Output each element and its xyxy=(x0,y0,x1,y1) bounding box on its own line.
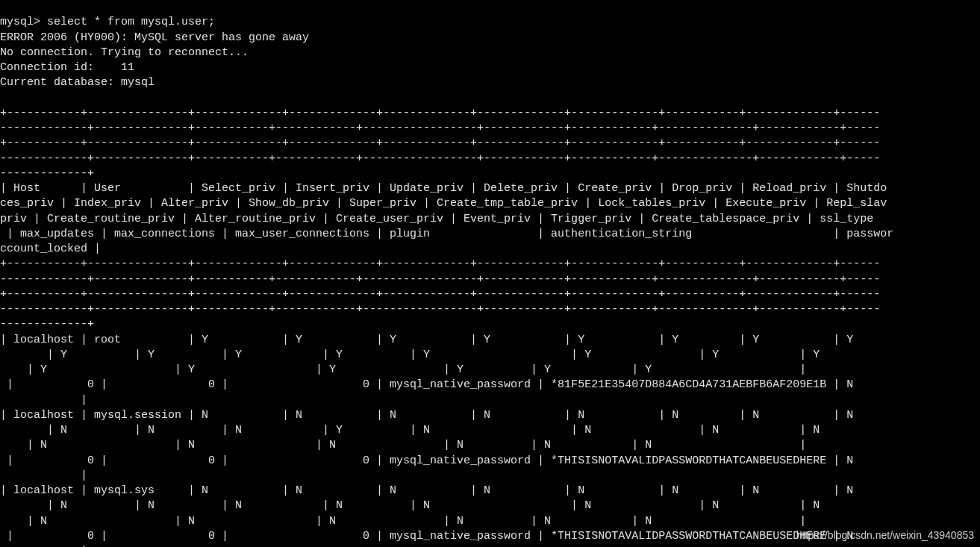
error-line: ERROR 2006 (HY000): MySQL server has gon… xyxy=(0,31,309,44)
watermark-text: https://blog.csdn.net/weixin_43940853 xyxy=(796,528,974,543)
table-border: -------------+--------------+-----------… xyxy=(0,152,880,165)
table-row: | 0 | 0 | 0 | mysql_native_password | *T… xyxy=(0,454,880,467)
table-border: -------------+ xyxy=(0,318,94,331)
table-row: | N | N | N | N | N | N | N | N xyxy=(0,499,873,512)
table-row: | N | N | N | N | N | N | xyxy=(0,515,873,528)
table-header: priv | Create_routine_priv | Alter_routi… xyxy=(0,213,880,225)
table-row: | xyxy=(0,469,87,482)
table-row: | localhost | root | Y | Y | Y | Y | Y |… xyxy=(0,334,880,346)
table-header: ces_priv | Index_priv | Alter_priv | Sho… xyxy=(0,197,887,210)
table-row: | 0 | 0 | 0 | mysql_native_password | *8… xyxy=(0,378,880,391)
table-border: -------------+--------------+-----------… xyxy=(0,303,880,316)
table-row: | xyxy=(0,394,87,407)
table-border: +-----------+---------------+-----------… xyxy=(0,288,880,301)
table-row: | Y | Y | Y | Y | Y | Y | xyxy=(0,363,873,376)
table-border: +-----------+---------------+-----------… xyxy=(0,137,880,149)
table-row: | localhost | mysql.sys | N | N | N | N … xyxy=(0,484,880,497)
table-border: +-----------+---------------+-----------… xyxy=(0,107,880,119)
table-header: ccount_locked | xyxy=(0,243,101,255)
reconnect-line: No connection. Trying to reconnect... xyxy=(0,46,249,59)
table-row: | N | N | N | N | N | N | xyxy=(0,439,873,451)
mysql-prompt: mysql> xyxy=(0,16,47,28)
table-border: -------------+--------------+-----------… xyxy=(0,273,880,286)
table-border: +-----------+---------------+-----------… xyxy=(0,257,880,270)
terminal-output: mysql> select * from mysql.user; ERROR 2… xyxy=(0,0,980,547)
connection-id-line: Connection id: 11 xyxy=(0,61,134,74)
table-row: | 0 | 0 | 0 | mysql_native_password | *T… xyxy=(0,530,880,543)
table-border: -------------+--------------+-----------… xyxy=(0,122,880,134)
table-border: -------------+ xyxy=(0,167,94,180)
current-db-line: Current database: mysql xyxy=(0,76,155,89)
table-header: | max_updates | max_connections | max_us… xyxy=(0,228,893,240)
table-row: | Y | Y | Y | Y | Y | Y | Y | Y xyxy=(0,348,873,361)
table-row: | N | N | N | Y | N | N | N | N xyxy=(0,424,873,437)
table-header: | Host | User | Select_priv | Insert_pri… xyxy=(0,182,887,195)
sql-command: select * from mysql.user; xyxy=(47,16,215,28)
table-row: | localhost | mysql.session | N | N | N … xyxy=(0,409,880,422)
